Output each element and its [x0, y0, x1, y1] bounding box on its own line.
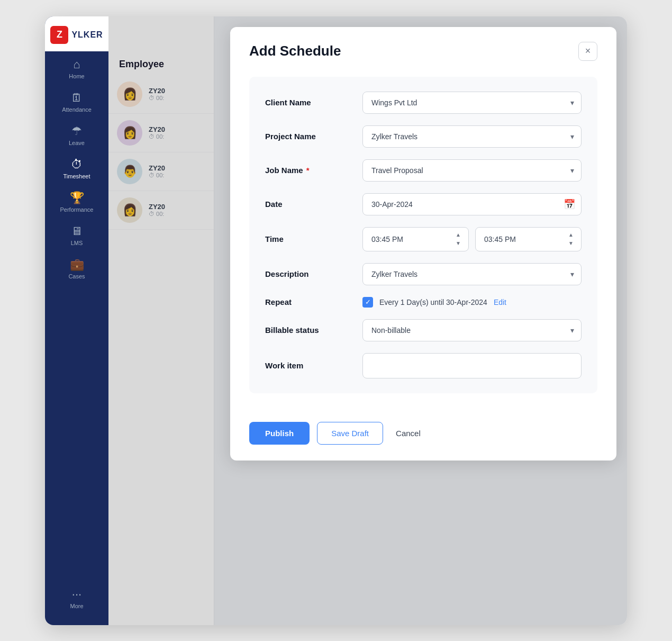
more-icon: ··· — [72, 589, 81, 600]
billable-status-select[interactable]: Non-billable — [362, 319, 582, 341]
repeat-control: ✓ Every 1 Day(s) until 30-Apr-2024 Edit — [362, 297, 582, 308]
time-start-up-button[interactable]: ▲ — [453, 231, 463, 239]
modal-overlay: Add Schedule × Client Name Wings Pvt Ltd — [108, 16, 627, 625]
attendance-icon: 🗓 — [71, 92, 83, 104]
form-card: Client Name Wings Pvt Ltd ▾ Project Name — [249, 77, 597, 393]
date-control: 30-Apr-2024 📅 — [362, 193, 582, 215]
sidebar-label-attendance: Attendance — [62, 106, 92, 113]
cancel-button[interactable]: Cancel — [391, 422, 426, 444]
repeat-label: Repeat — [265, 297, 350, 306]
sidebar-item-leave[interactable]: ☂ Leave — [45, 118, 108, 151]
modal-title: Add Schedule — [249, 43, 341, 59]
sidebar: Z YLKER ⌂ Home 🗓 Attendance ☂ Leave ⏱ Ti… — [45, 16, 108, 625]
sidebar-item-attendance[interactable]: 🗓 Attendance — [45, 85, 108, 118]
sidebar-item-cases[interactable]: 💼 Cases — [45, 251, 108, 285]
job-name-control: Travel Proposal ▾ — [362, 159, 582, 182]
project-name-row: Project Name Zylker Travels ▾ — [265, 125, 582, 148]
sidebar-item-more[interactable]: ··· More — [45, 581, 108, 615]
publish-button[interactable]: Publish — [249, 422, 310, 445]
time-start-value: 03:45 PM — [371, 235, 403, 243]
repeat-edit-link[interactable]: Edit — [494, 298, 506, 306]
client-name-row: Client Name Wings Pvt Ltd ▾ — [265, 92, 582, 114]
repeat-checkbox[interactable]: ✓ — [362, 297, 373, 308]
lms-icon: 🖥 — [71, 225, 83, 237]
save-draft-button[interactable]: Save Draft — [317, 422, 383, 445]
home-icon: ⌂ — [73, 59, 80, 70]
time-start-down-button[interactable]: ▼ — [453, 240, 463, 247]
time-start-spinners: ▲ ▼ — [453, 231, 463, 247]
time-row: Time 03:45 PM ▲ ▼ 03 — [265, 227, 582, 251]
project-name-label: Project Name — [265, 132, 350, 141]
work-item-row: Work item — [265, 353, 582, 378]
work-item-input[interactable] — [362, 353, 582, 378]
description-label: Description — [265, 269, 350, 278]
sidebar-label-home: Home — [69, 73, 84, 79]
close-button[interactable]: × — [578, 42, 597, 61]
job-name-row: Job Name * Travel Proposal ▾ — [265, 159, 582, 182]
client-name-select[interactable]: Wings Pvt Ltd — [362, 92, 582, 114]
modal-body: Client Name Wings Pvt Ltd ▾ Project Name — [230, 71, 616, 409]
date-row: Date 30-Apr-2024 📅 — [265, 193, 582, 215]
sidebar-item-performance[interactable]: 🏆 Performance — [45, 185, 108, 218]
billable-status-control: Non-billable ▾ — [362, 319, 582, 341]
project-name-select[interactable]: Zylker Travels — [362, 125, 582, 148]
modal-footer: Publish Save Draft Cancel — [230, 409, 616, 461]
description-control: Zylker Travels ▾ — [362, 263, 582, 285]
cases-icon: 💼 — [70, 259, 84, 270]
project-name-control: Zylker Travels ▾ — [362, 125, 582, 148]
sidebar-label-more: More — [70, 603, 83, 609]
sidebar-item-timesheet[interactable]: ⏱ Timesheet — [45, 151, 108, 185]
description-row: Description Zylker Travels ▾ — [265, 263, 582, 285]
client-name-label: Client Name — [265, 98, 350, 107]
logo-icon: Z — [50, 26, 68, 44]
client-name-control: Wings Pvt Ltd ▾ — [362, 92, 582, 114]
job-name-label: Job Name * — [265, 166, 350, 175]
repeat-row: Repeat ✓ Every 1 Day(s) until 30-Apr-202… — [265, 297, 582, 308]
sidebar-label-performance: Performance — [60, 206, 94, 213]
sidebar-label-timesheet: Timesheet — [63, 173, 90, 179]
leave-icon: ☂ — [71, 125, 82, 137]
date-label: Date — [265, 200, 350, 209]
timesheet-icon: ⏱ — [71, 159, 83, 170]
sidebar-item-lms[interactable]: 🖥 LMS — [45, 218, 108, 251]
time-controls: 03:45 PM ▲ ▼ 03:45 PM ▲ — [362, 227, 582, 251]
checkmark-icon: ✓ — [365, 298, 371, 306]
main-area: Employee 👩 ZY20 ⏱ 00: 👩 ZY20 ⏱ 00: 👨 ZY2… — [108, 16, 627, 625]
time-start-control: 03:45 PM ▲ ▼ — [362, 227, 469, 251]
time-label: Time — [265, 234, 350, 243]
time-end-value: 03:45 PM — [484, 235, 516, 243]
repeat-text: Every 1 Day(s) until 30-Apr-2024 — [379, 298, 487, 306]
description-select[interactable]: Zylker Travels — [362, 263, 582, 285]
billable-status-label: Billable status — [265, 326, 350, 335]
add-schedule-modal: Add Schedule × Client Name Wings Pvt Ltd — [230, 27, 616, 461]
work-item-control — [362, 353, 582, 378]
work-item-label: Work item — [265, 361, 350, 370]
date-value: 30-Apr-2024 — [371, 200, 413, 209]
sidebar-label-lms: LMS — [71, 240, 83, 246]
job-name-select[interactable]: Travel Proposal — [362, 159, 582, 182]
sidebar-label-leave: Leave — [69, 140, 85, 146]
sidebar-item-home[interactable]: ⌂ Home — [45, 51, 108, 85]
logo-area: Z YLKER — [45, 16, 108, 51]
sidebar-label-cases: Cases — [68, 273, 85, 279]
logo-text: YLKER — [71, 30, 103, 40]
date-input[interactable]: 30-Apr-2024 — [362, 193, 582, 215]
time-end-down-button[interactable]: ▼ — [566, 240, 576, 247]
time-end-up-button[interactable]: ▲ — [566, 231, 576, 239]
performance-icon: 🏆 — [70, 192, 84, 204]
time-end-control: 03:45 PM ▲ ▼ — [475, 227, 582, 251]
modal-header: Add Schedule × — [230, 27, 616, 71]
required-marker: * — [304, 166, 310, 175]
time-end-spinners: ▲ ▼ — [566, 231, 576, 247]
calendar-icon[interactable]: 📅 — [564, 198, 575, 210]
billable-status-row: Billable status Non-billable ▾ — [265, 319, 582, 341]
